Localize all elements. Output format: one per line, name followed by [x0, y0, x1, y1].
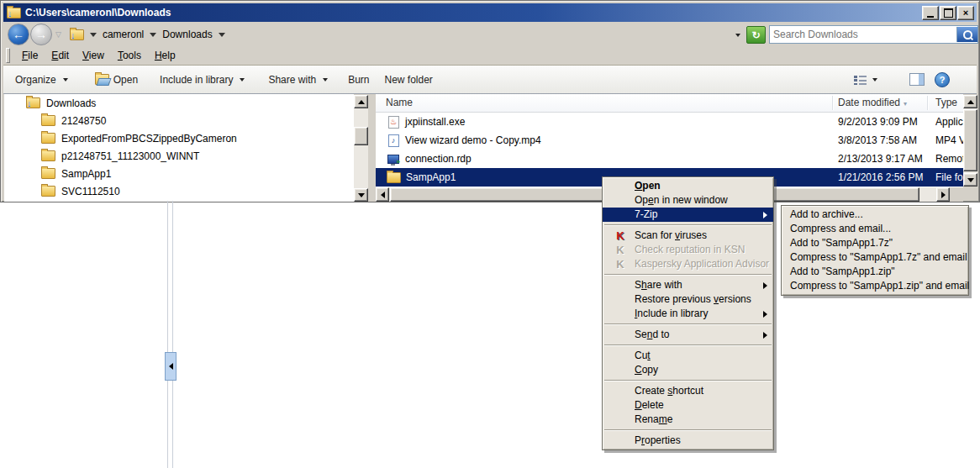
forward-button[interactable]: →: [30, 24, 52, 45]
chevron-down-icon[interactable]: [90, 33, 97, 37]
menu-item-7zip[interactable]: 7-Zip: [603, 208, 773, 222]
open-button[interactable]: Open: [87, 71, 145, 89]
menu-view[interactable]: View: [76, 47, 111, 64]
column-name[interactable]: Name: [386, 97, 413, 108]
breadcrumb-user[interactable]: cameronl: [103, 29, 144, 40]
folder-icon: [41, 150, 55, 161]
scroll-left-button[interactable]: [376, 187, 389, 202]
menu-item-open[interactable]: Open: [603, 179, 773, 193]
tree-scrollbar[interactable]: [354, 95, 368, 202]
title-bar[interactable]: ↓ C:\Users\cameronl\Downloads ×: [3, 3, 977, 22]
scroll-up-button[interactable]: [354, 95, 368, 108]
maximize-button[interactable]: [940, 6, 956, 20]
address-dropdown-icon[interactable]: [735, 34, 740, 37]
scroll-thumb[interactable]: [963, 109, 977, 171]
menu-item-open-new-window[interactable]: Open in new window: [603, 193, 773, 208]
folder-icon: [41, 133, 55, 144]
toolbar-gripper[interactable]: [6, 48, 10, 63]
file-date: 1/21/2016 2:56 PM: [838, 171, 923, 183]
menu-file[interactable]: File: [15, 47, 45, 64]
kaspersky-icon: K: [614, 229, 627, 242]
tree-item[interactable]: p21248751_11123000_WINNT: [4, 147, 354, 165]
navigation-pane: ↓ Downloads 21248750 ExportedFromPBCSZip…: [4, 94, 354, 202]
column-divider[interactable]: [832, 96, 834, 110]
menu-help[interactable]: Help: [148, 47, 182, 64]
minimize-button[interactable]: [922, 6, 939, 20]
back-button[interactable]: ←: [8, 24, 29, 45]
submenu-arrow-icon: [763, 332, 767, 339]
menu-item-send-to[interactable]: Send to: [603, 328, 773, 342]
tree-label: Downloads: [46, 97, 96, 109]
list-vscrollbar[interactable]: [963, 95, 977, 187]
tree-item[interactable]: SampApp1: [4, 165, 354, 182]
menu-item-restore-previous-versions[interactable]: Restore previous versions: [603, 292, 773, 307]
views-button[interactable]: [854, 75, 877, 85]
menu-item-properties[interactable]: Properties: [603, 434, 773, 448]
submenu-item-add-to-zip[interactable]: Add to "SampApp1.zip": [782, 265, 968, 279]
submenu-item-compress-7z-email[interactable]: Compress to "SampApp1.7z" and email: [782, 250, 968, 265]
breadcrumb-folder-icon[interactable]: ↓: [70, 29, 84, 40]
scroll-up-button[interactable]: [963, 95, 977, 108]
refresh-button[interactable]: ↻: [746, 26, 766, 44]
maximize-icon: [944, 8, 953, 18]
chevron-down-icon[interactable]: [219, 33, 225, 37]
breadcrumb-folder[interactable]: Downloads: [162, 29, 212, 40]
file-row[interactable]: » connection.rdp 2/13/2013 9:17 AM Remot…: [376, 150, 963, 168]
column-type[interactable]: Type: [935, 97, 957, 108]
include-in-library-button[interactable]: Include in library: [152, 71, 252, 89]
submenu-item-compress-and-email[interactable]: Compress and email...: [782, 222, 968, 236]
submenu-item-add-to-archive[interactable]: Add to archive...: [782, 208, 968, 222]
menu-edit[interactable]: Edit: [45, 47, 76, 64]
file-row[interactable]: ♨ jxpiinstall.exe 9/2/2013 9:09 PM Appli…: [376, 113, 963, 131]
submenu-item-add-to-7z[interactable]: Add to "SampApp1.7z": [782, 236, 968, 250]
scroll-right-button[interactable]: [936, 187, 950, 202]
menu-item-copy[interactable]: Copy: [603, 363, 773, 377]
collapse-pane-handle[interactable]: [165, 352, 177, 381]
background-splitter-line: [172, 201, 173, 468]
menu-item-share-with[interactable]: Share with: [603, 278, 773, 292]
menu-tools[interactable]: Tools: [111, 47, 148, 64]
menu-separator: [604, 323, 772, 325]
menu-item-create-shortcut[interactable]: Create shortcut: [603, 384, 773, 398]
tree-item[interactable]: 21248750: [4, 112, 354, 129]
submenu-item-compress-zip-email[interactable]: Compress to "SampApp1.zip" and email: [782, 279, 968, 293]
file-name: View wizard demo - Copy.mp4: [405, 134, 541, 146]
tree-item[interactable]: ExportedFromPBCSZippedByCameron: [4, 129, 354, 147]
organize-button[interactable]: Organize: [8, 71, 76, 89]
column-date-modified[interactable]: Date modified▾: [838, 97, 907, 108]
column-divider[interactable]: [927, 96, 929, 110]
chevron-down-icon: [63, 78, 68, 82]
scroll-thumb[interactable]: [354, 127, 368, 145]
share-with-button[interactable]: Share with: [261, 71, 335, 89]
menu-item-kaspersky-advisor: KKaspersky Application Advisor: [603, 257, 773, 271]
tree-item[interactable]: SVC1112510: [4, 182, 354, 200]
tree-item-downloads[interactable]: ↓ Downloads: [4, 94, 354, 112]
folder-icon: [41, 168, 55, 179]
file-name: connection.rdp: [405, 153, 472, 165]
chevron-down-icon[interactable]: [150, 33, 156, 37]
menu-item-include-in-library[interactable]: Include in library: [603, 307, 773, 321]
menu-item-delete[interactable]: Delete: [603, 398, 773, 413]
scroll-down-button[interactable]: [354, 188, 368, 202]
menu-item-scan-for-viruses[interactable]: KScan for viruses: [603, 229, 773, 243]
minimize-icon: [927, 16, 934, 18]
background-splitter-line: [167, 201, 168, 468]
address-bar: ← → ▽ ↓ cameronl Downloads ↻: [3, 23, 977, 46]
file-date: 9/2/2013 9:09 PM: [838, 116, 918, 128]
file-row[interactable]: ♪ View wizard demo - Copy.mp4 3/8/2013 7…: [376, 131, 963, 150]
folder-icon: [387, 172, 401, 183]
close-button[interactable]: ×: [957, 6, 974, 20]
menu-separator: [604, 274, 772, 276]
menu-item-rename[interactable]: Rename: [603, 413, 773, 427]
pane-splitter[interactable]: [368, 94, 376, 202]
help-button[interactable]: ?: [935, 72, 950, 87]
burn-button[interactable]: Burn: [340, 71, 377, 89]
history-dropdown-icon[interactable]: ▽: [55, 30, 61, 39]
preview-pane-button[interactable]: [909, 73, 925, 86]
search-input[interactable]: [770, 29, 956, 40]
menu-item-cut[interactable]: Cut: [603, 349, 773, 363]
search-button[interactable]: [956, 27, 977, 42]
tree-label: ExportedFromPBCSZippedByCameron: [61, 133, 237, 145]
new-folder-button[interactable]: New folder: [377, 71, 440, 89]
scroll-down-button[interactable]: [963, 173, 977, 187]
